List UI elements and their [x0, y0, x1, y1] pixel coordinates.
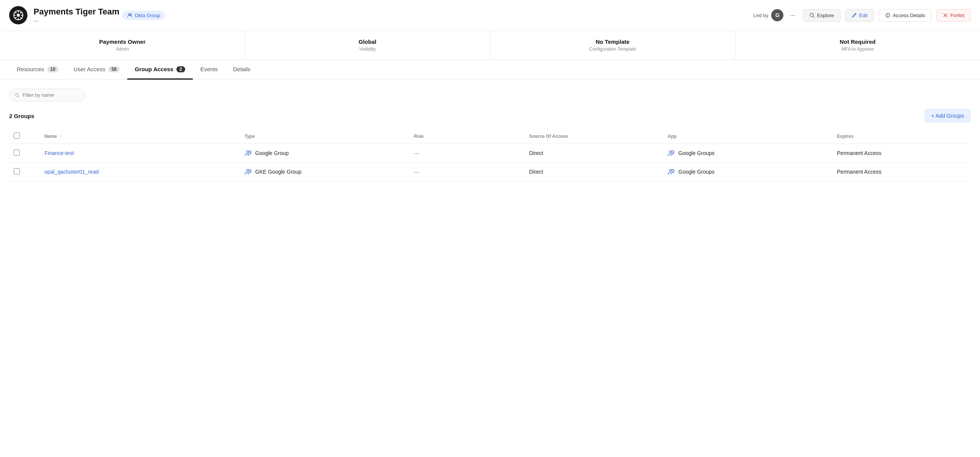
select-all-checkbox[interactable] [14, 133, 20, 139]
explore-icon [809, 13, 815, 18]
group-type-icon [245, 168, 252, 176]
col-checkbox [9, 129, 40, 144]
filter-input-wrap[interactable] [9, 89, 85, 101]
led-by-label: Led by G ··· [753, 9, 798, 21]
tab-details[interactable]: Details [225, 60, 258, 80]
row-checkbox-cell [9, 144, 40, 163]
row-source-cell: Direct [525, 144, 663, 163]
row-role-value: — [414, 150, 419, 156]
info-not-required: Not Required MFA to Approve [735, 31, 980, 59]
okta-label: Okta Group [135, 13, 160, 18]
row-name-cell: Finance-test [40, 144, 240, 163]
row-name-link[interactable]: opal_qacluster01_read [45, 169, 99, 175]
sort-icon: ↑ [60, 134, 62, 139]
add-groups-label: + Add Groups [931, 113, 964, 119]
svg-line-8 [20, 12, 22, 14]
info-sublabel-2: Configuration Template [500, 46, 726, 52]
table-row: Finance-test Google Group — Direct [9, 144, 971, 163]
tab-group-access-label: Group Access [135, 66, 173, 72]
svg-line-15 [18, 96, 19, 97]
tab-resources[interactable]: Resources 10 [9, 60, 66, 80]
edit-icon [852, 13, 857, 18]
col-source-header: Source Of Access [525, 129, 663, 144]
tab-details-label: Details [233, 66, 250, 72]
row-source-value: Direct [529, 150, 543, 156]
svg-line-6 [15, 12, 17, 14]
col-name-header[interactable]: Name ↑ [40, 129, 240, 144]
team-logo [9, 6, 27, 24]
col-type-header: Type [240, 129, 409, 144]
groups-table: Name ↑ Type Role Source Of Access App [9, 129, 971, 181]
access-details-button[interactable]: Access Details [879, 9, 932, 22]
row-app-cell: Google Groups [663, 163, 832, 181]
info-label-0: Payments Owner [9, 38, 235, 45]
row-role-value: — [414, 169, 419, 175]
filter-row [9, 89, 971, 101]
row-checkbox-cell [9, 163, 40, 181]
row-source-cell: Direct [525, 163, 663, 181]
tabs-bar: Resources 10 User Access 58 Group Access… [0, 60, 980, 80]
group-type-icon [245, 149, 252, 157]
svg-point-17 [249, 151, 251, 153]
row-expires-cell: Permanent Access [833, 144, 971, 163]
svg-line-9 [15, 17, 17, 19]
col-app-header: App [663, 129, 832, 144]
svg-point-22 [669, 169, 672, 172]
row-role-cell: — [409, 144, 525, 163]
app-icon [668, 149, 675, 157]
info-sublabel-0: Admin [9, 46, 235, 52]
filter-input[interactable] [22, 92, 80, 98]
row-expires-value: Permanent Access [837, 150, 882, 156]
row-source-value: Direct [529, 169, 543, 175]
tab-events[interactable]: Events [193, 60, 226, 80]
forfeit-button[interactable]: Forfeit [936, 9, 971, 22]
col-expires-header: Expires [833, 129, 971, 144]
row-name-link[interactable]: Finance-test [45, 150, 74, 156]
info-global: Global Visibility [245, 31, 490, 59]
main-content: 2 Groups + Add Groups Name ↑ Type [0, 80, 980, 190]
svg-point-23 [672, 169, 674, 172]
svg-point-16 [247, 151, 249, 153]
tab-events-label: Events [200, 66, 218, 72]
row-checkbox[interactable] [14, 150, 20, 156]
explore-button[interactable]: Explore [803, 9, 840, 22]
svg-point-19 [672, 151, 674, 153]
tab-group-access[interactable]: Group Access 2 [127, 60, 193, 80]
row-role-cell: — [409, 163, 525, 181]
header-actions: Led by G ··· Explore Edit [753, 9, 971, 22]
tab-group-access-badge: 2 [176, 66, 185, 72]
edit-button[interactable]: Edit [845, 9, 874, 22]
info-bar: Payments Owner Admin Global Visibility N… [0, 31, 980, 60]
add-groups-button[interactable]: + Add Groups [924, 109, 971, 123]
search-icon [15, 93, 19, 98]
info-sublabel-3: MFA to Approve [745, 46, 971, 52]
info-label-3: Not Required [745, 38, 971, 45]
tab-user-access[interactable]: User Access 58 [66, 60, 127, 80]
col-role-header: Role [409, 129, 525, 144]
more-options-button[interactable]: ··· [786, 10, 798, 21]
okta-badge: Okta Group [122, 11, 165, 20]
okta-badge-icon [127, 13, 132, 18]
tab-user-access-badge: 58 [108, 66, 119, 72]
row-expires-value: Permanent Access [837, 169, 882, 175]
team-dash: — [34, 18, 119, 24]
svg-point-18 [669, 151, 672, 153]
info-sublabel-1: Visibility [254, 46, 480, 52]
row-checkbox[interactable] [14, 168, 20, 174]
access-details-icon [885, 13, 890, 18]
row-name-cell: opal_qacluster01_read [40, 163, 240, 181]
row-app-label: Google Groups [678, 150, 714, 156]
svg-point-21 [249, 169, 251, 172]
team-name: Payments Tiger Team [34, 7, 119, 17]
svg-line-7 [20, 17, 22, 19]
row-type-label: GKE Google Group [255, 169, 301, 175]
forfeit-icon [943, 13, 948, 18]
row-app-label: Google Groups [678, 169, 714, 175]
svg-point-20 [247, 169, 249, 172]
info-label-2: No Template [500, 38, 726, 45]
row-type-cell: GKE Google Group [240, 163, 409, 181]
svg-point-1 [17, 14, 20, 17]
app-icon [668, 168, 675, 176]
row-type-cell: Google Group [240, 144, 409, 163]
svg-line-12 [813, 16, 815, 18]
